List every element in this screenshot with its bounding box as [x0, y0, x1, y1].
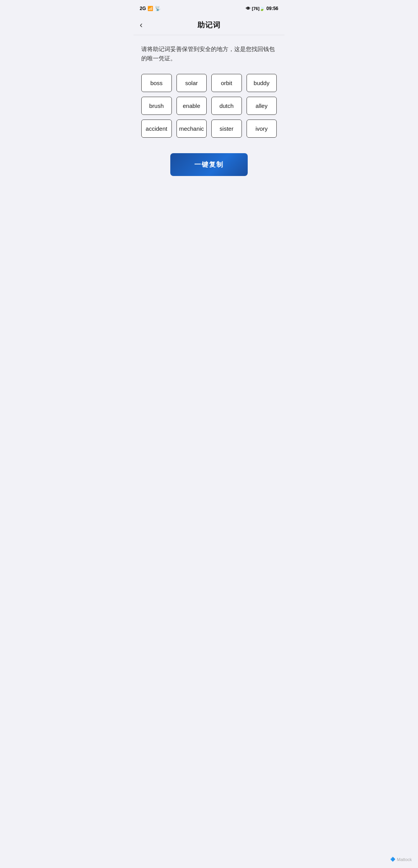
- status-left: 2G 📶 📡: [140, 6, 161, 11]
- battery-icon: [76]🍃: [252, 6, 265, 11]
- mnemonic-words-grid: bosssolarorbitbuddybrushenabledutchalley…: [141, 74, 277, 138]
- mnemonic-word-8: alley: [247, 97, 277, 115]
- mnemonic-word-10: mechanic: [176, 120, 207, 138]
- main-content: 请将助记词妥善保管到安全的地方，这是您找回钱包的唯一凭证。 bosssolaro…: [134, 35, 284, 185]
- mnemonic-word-9: accident: [141, 120, 172, 138]
- copy-button-wrapper: 一键复制: [141, 153, 277, 176]
- page-title: 助记词: [197, 20, 221, 30]
- network-indicator: 2G: [140, 6, 146, 11]
- status-bar: 2G 📶 📡 👁 [76]🍃 09:56: [134, 0, 284, 15]
- mnemonic-word-12: ivory: [247, 120, 277, 138]
- mnemonic-word-6: enable: [176, 97, 207, 115]
- signal-icon: 📶: [147, 6, 153, 11]
- mnemonic-word-7: dutch: [211, 97, 242, 115]
- wifi-icon: 📡: [155, 6, 161, 11]
- time-display: 09:56: [266, 6, 278, 11]
- mnemonic-word-4: buddy: [247, 74, 277, 92]
- status-right: 👁 [76]🍃 09:56: [246, 6, 278, 11]
- back-button[interactable]: ‹: [140, 20, 142, 30]
- eye-icon: 👁: [246, 6, 250, 11]
- nav-bar: ‹ 助记词: [134, 15, 284, 35]
- mnemonic-word-3: orbit: [211, 74, 242, 92]
- description-text: 请将助记词妥善保管到安全的地方，这是您找回钱包的唯一凭证。: [141, 44, 277, 63]
- mnemonic-word-1: boss: [141, 74, 172, 92]
- mnemonic-word-11: sister: [211, 120, 242, 138]
- mnemonic-word-2: solar: [176, 74, 207, 92]
- copy-all-button[interactable]: 一键复制: [170, 153, 248, 176]
- mnemonic-word-5: brush: [141, 97, 172, 115]
